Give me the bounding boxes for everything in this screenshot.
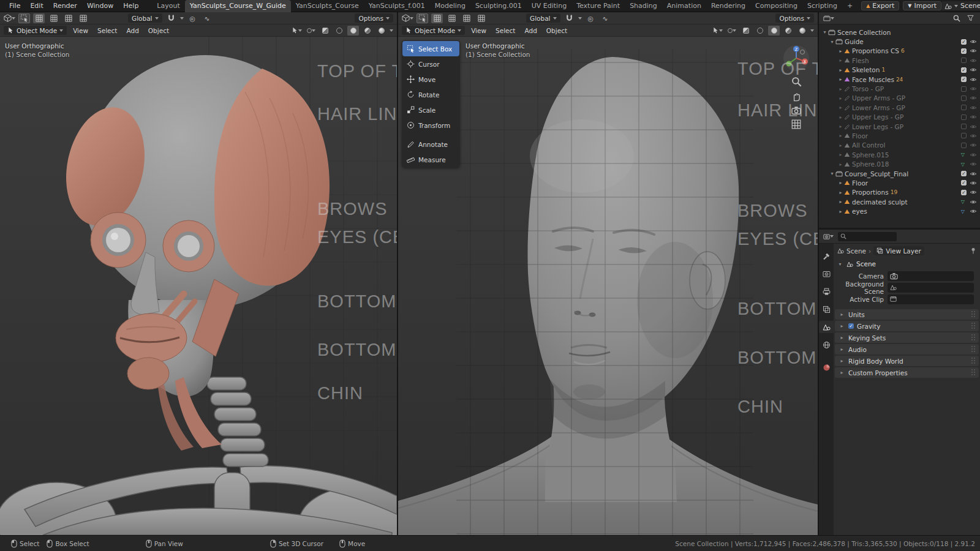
shading-solid-button[interactable]: [768, 26, 780, 36]
expand-icon[interactable]: ▸: [837, 180, 844, 186]
expand-icon[interactable]: ▸: [837, 58, 844, 63]
expand-icon[interactable]: ▸: [837, 48, 844, 54]
shading-dropdown[interactable]: [810, 29, 814, 32]
panel-units[interactable]: ▸ Units: [835, 309, 979, 320]
outliner-row-object-hidden[interactable]: ▸ Upper Legs - GP: [819, 113, 980, 122]
select-mode-intersect-button[interactable]: [475, 13, 487, 23]
hide-eye-icon[interactable]: [970, 39, 977, 44]
gizmo-dropdown[interactable]: [291, 26, 303, 36]
expand-icon[interactable]: ▸: [837, 96, 844, 101]
menu-add[interactable]: Add: [123, 27, 141, 34]
panel-rigid-body-world[interactable]: ▸ Rigid Body World: [835, 356, 979, 366]
menu-object[interactable]: Object: [543, 27, 570, 34]
snap-dropdown[interactable]: [578, 17, 582, 20]
hide-eye-icon[interactable]: [970, 58, 977, 63]
export-button[interactable]: ▲ Export: [861, 1, 899, 10]
add-workspace-button[interactable]: +: [842, 0, 858, 12]
tool-move[interactable]: Move: [402, 72, 459, 87]
panel-keying-sets[interactable]: ▸ Keying Sets: [835, 332, 979, 343]
transform-orientation-dropdown[interactable]: Global: [526, 13, 560, 23]
gravity-checkbox[interactable]: ✓: [848, 323, 854, 329]
breadcrumb-view-layer[interactable]: View Layer: [873, 246, 924, 255]
overlays-dropdown[interactable]: [305, 26, 317, 36]
exclude-checkbox[interactable]: [961, 58, 967, 63]
workspace-tab[interactable]: Modeling: [430, 0, 470, 12]
xray-toggle[interactable]: [319, 26, 331, 36]
scene-selector[interactable]: Scene ×: [941, 1, 980, 10]
viewport-canvas-right[interactable]: User Orthographic (1) Scene Collection S…: [398, 37, 818, 535]
panel-audio[interactable]: ▸ Audio: [835, 344, 979, 354]
zoom-icon[interactable]: [791, 77, 802, 87]
menu-help[interactable]: Help: [118, 0, 143, 12]
pin-icon[interactable]: [970, 247, 976, 254]
menu-view[interactable]: View: [70, 27, 91, 34]
transform-orientation-dropdown[interactable]: Global: [128, 13, 162, 23]
properties-editor-dropdown[interactable]: [823, 231, 834, 241]
snap-toggle[interactable]: [564, 13, 575, 23]
hide-eye-icon[interactable]: [970, 48, 977, 53]
hide-eye-icon[interactable]: [970, 133, 977, 138]
workspace-tab[interactable]: UV Editing: [527, 0, 571, 12]
outliner-row-object-hidden[interactable]: ▸ Torso - GP: [819, 84, 980, 93]
workspace-tab[interactable]: Shading: [625, 0, 662, 12]
workspace-tab[interactable]: Layout: [152, 0, 184, 12]
exclude-checkbox[interactable]: [961, 133, 967, 138]
select-mode-intersect-button[interactable]: [77, 13, 89, 23]
expand-icon[interactable]: ▸: [837, 77, 844, 82]
mode-dropdown[interactable]: Object Mode: [402, 26, 465, 35]
mode-dropdown[interactable]: Object Mode: [4, 26, 67, 35]
hide-eye-icon[interactable]: [970, 96, 977, 100]
shading-material-button[interactable]: [361, 26, 373, 36]
workspace-tab[interactable]: Sculpting.001: [470, 0, 527, 12]
outliner-row-collection[interactable]: ▾ Course_Sculpt_Final ✓: [819, 169, 980, 178]
expand-icon[interactable]: ▾: [821, 29, 828, 35]
menu-file[interactable]: File: [4, 0, 25, 12]
tab-render[interactable]: [819, 268, 834, 280]
shading-solid-button[interactable]: [347, 26, 359, 36]
hide-eye-icon[interactable]: [970, 200, 977, 204]
tab-view-layer[interactable]: [819, 303, 834, 315]
shading-wireframe-button[interactable]: [754, 26, 766, 36]
outliner-row-object-hidden[interactable]: ▸ Sphere.015 ▽: [819, 150, 980, 159]
menu-select[interactable]: Select: [492, 27, 518, 34]
background-scene-field[interactable]: [888, 283, 974, 293]
outliner-row-object-hidden[interactable]: ▸ All Control: [819, 141, 980, 150]
hide-eye-icon[interactable]: [970, 143, 977, 148]
select-mode-subtract-button[interactable]: [62, 13, 74, 23]
shading-rendered-button[interactable]: [375, 26, 387, 36]
outliner-row-object[interactable]: ▸ Skeleton1 ✓: [819, 66, 980, 75]
outliner-display-mode-dropdown[interactable]: [823, 13, 834, 23]
menu-view[interactable]: View: [468, 27, 489, 34]
outliner-row-object[interactable]: ▸ decimated sculpt ▽: [819, 197, 980, 206]
tab-scene[interactable]: [819, 321, 834, 333]
workspace-tab[interactable]: YanSculpts_f.001: [364, 0, 430, 12]
tab-output[interactable]: [819, 285, 834, 298]
exclude-checkbox[interactable]: ✓: [961, 67, 967, 73]
hide-eye-icon[interactable]: [970, 152, 977, 157]
outliner-filter-button[interactable]: [965, 13, 976, 23]
workspace-tab[interactable]: Texture Paint: [571, 0, 625, 12]
axis-gizmo[interactable]: Z X: [782, 44, 810, 72]
pan-hand-icon[interactable]: [791, 91, 802, 102]
options-dropdown[interactable]: Options: [775, 13, 814, 23]
viewport-canvas-left[interactable]: User Orthographic (1) Scene Collection T…: [0, 37, 397, 535]
hide-eye-icon[interactable]: [970, 190, 977, 195]
expand-icon[interactable]: ▾: [829, 39, 835, 45]
exclude-checkbox[interactable]: ✓: [961, 171, 967, 176]
menu-select[interactable]: Select: [94, 27, 120, 34]
menu-add[interactable]: Add: [521, 27, 540, 34]
proportional-editing-toggle[interactable]: ◎: [585, 13, 597, 23]
select-mode-new-button[interactable]: [33, 13, 45, 23]
outliner-search-button[interactable]: [951, 13, 962, 23]
properties-search-input[interactable]: [838, 232, 897, 241]
workspace-tab[interactable]: Scripting: [802, 0, 842, 12]
outliner-row-object-hidden[interactable]: ▸ Floor: [819, 131, 980, 140]
shading-material-button[interactable]: [782, 26, 794, 36]
outliner-row-object-hidden[interactable]: ▸ Flesh: [819, 56, 980, 65]
snap-dropdown[interactable]: [180, 17, 184, 20]
breadcrumb-scene[interactable]: Scene: [846, 247, 866, 255]
expand-icon[interactable]: ▸: [837, 124, 844, 129]
active-tool-icon[interactable]: [18, 13, 30, 23]
snap-toggle[interactable]: [165, 13, 177, 23]
proportional-falloff-dropdown[interactable]: ∿: [600, 13, 611, 23]
